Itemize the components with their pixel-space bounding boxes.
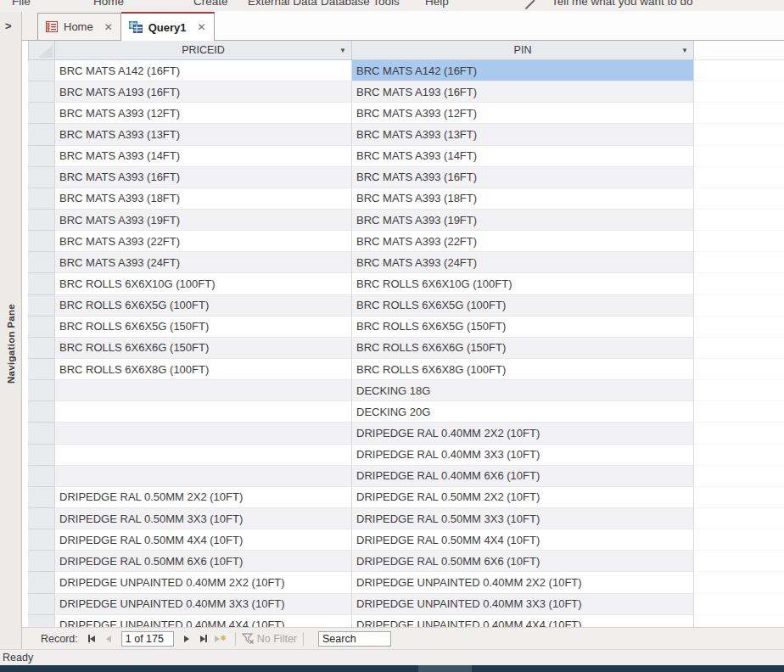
cell-priceid[interactable]: BRC MATS A393 (24FT) <box>55 252 352 273</box>
cell-pin[interactable]: BRC MATS A142 (16FT) <box>352 60 694 81</box>
row-selector[interactable] <box>28 231 55 252</box>
cell-priceid[interactable]: BRC ROLLS 6X6X6G (150FT) <box>55 338 352 359</box>
close-tab-icon[interactable]: ✕ <box>104 21 113 33</box>
cell-pin[interactable]: DRIPEDGE RAL 0.40MM 3X3 (10FT) <box>352 445 694 466</box>
row-selector[interactable] <box>28 146 55 167</box>
cell-priceid[interactable] <box>55 380 352 401</box>
cell-priceid[interactable]: BRC MATS A393 (22FT) <box>55 231 352 252</box>
tab-query1[interactable]: Query1 ✕ <box>121 12 215 41</box>
cell-pin[interactable]: DRIPEDGE UNPAINTED 0.40MM 3X3 (10FT) <box>352 594 694 615</box>
cell-pin[interactable]: BRC ROLLS 6X6X6G (150FT) <box>352 338 694 359</box>
cell-priceid[interactable]: BRC MATS A393 (16FT) <box>55 167 352 188</box>
cell-priceid[interactable]: BRC MATS A393 (19FT) <box>55 210 352 231</box>
column-dropdown-icon[interactable]: ▼ <box>681 47 688 54</box>
close-tab-icon[interactable]: ✕ <box>198 21 206 33</box>
filter-funnel-icon[interactable] <box>242 633 255 644</box>
row-selector[interactable] <box>28 529 55 551</box>
cell-pin[interactable]: BRC MATS A393 (22FT) <box>352 231 694 252</box>
cell-pin[interactable]: DRIPEDGE RAL 0.50MM 6X6 (10FT) <box>352 551 694 572</box>
row-selector[interactable] <box>28 551 55 572</box>
cell-pin[interactable]: BRC MATS A393 (14FT) <box>352 146 694 167</box>
cell-pin[interactable]: BRC ROLLS 6X6X5G (150FT) <box>352 316 694 338</box>
cell-priceid[interactable] <box>55 401 352 423</box>
column-header-pin[interactable]: PIN ▼ <box>352 41 694 60</box>
tab-home[interactable]: Home ✕ <box>37 13 121 40</box>
cell-pin[interactable]: BRC MATS A393 (12FT) <box>352 103 694 124</box>
row-selector[interactable] <box>28 466 55 487</box>
cell-priceid[interactable]: DRIPEDGE RAL 0.50MM 4X4 (10FT) <box>55 529 352 551</box>
cell-priceid[interactable]: DRIPEDGE RAL 0.50MM 2X2 (10FT) <box>55 487 352 508</box>
tell-me-box[interactable]: Tell me what you want to do <box>552 0 693 8</box>
cell-pin[interactable]: BRC MATS A393 (13FT) <box>352 124 694 145</box>
cell-priceid[interactable]: DRIPEDGE UNPAINTED 0.40MM 4X4 (10FT) <box>55 615 352 627</box>
last-record-button[interactable] <box>196 631 211 647</box>
row-selector[interactable] <box>28 252 55 273</box>
cell-pin[interactable]: DRIPEDGE RAL 0.40MM 2X2 (10FT) <box>352 423 694 444</box>
cell-pin[interactable]: DRIPEDGE RAL 0.50MM 4X4 (10FT) <box>352 529 694 551</box>
cell-pin[interactable]: DRIPEDGE RAL 0.40MM 6X6 (10FT) <box>352 466 694 487</box>
column-header-priceid[interactable]: PRICEID ▼ <box>55 41 352 60</box>
row-selector[interactable] <box>28 188 55 210</box>
cell-priceid[interactable]: BRC ROLLS 6X6X10G (100FT) <box>55 273 352 294</box>
cell-pin[interactable]: BRC MATS A393 (16FT) <box>352 167 694 188</box>
row-selector[interactable] <box>28 124 55 145</box>
row-selector[interactable] <box>28 380 55 401</box>
cell-pin[interactable]: DRIPEDGE UNPAINTED 0.40MM 4X4 (10FT) <box>352 615 694 627</box>
cell-priceid[interactable]: DRIPEDGE RAL 0.50MM 6X6 (10FT) <box>55 551 352 572</box>
cell-priceid[interactable] <box>55 466 352 487</box>
cell-pin[interactable]: BRC ROLLS 6X6X5G (100FT) <box>352 295 694 316</box>
row-selector[interactable] <box>28 167 55 188</box>
cell-priceid[interactable] <box>55 445 352 466</box>
menu-database-tools[interactable]: Database Tools <box>321 0 400 8</box>
cell-pin[interactable]: BRC MATS A393 (24FT) <box>352 252 694 273</box>
row-selector[interactable] <box>28 316 55 338</box>
cell-priceid[interactable]: BRC MATS A393 (13FT) <box>55 124 352 145</box>
cell-priceid[interactable]: BRC ROLLS 6X6X8G (100FT) <box>55 359 352 380</box>
cell-pin[interactable]: BRC MATS A393 (19FT) <box>352 210 694 231</box>
next-record-button[interactable] <box>179 631 194 647</box>
cell-pin[interactable]: DECKING 18G <box>352 380 694 401</box>
row-selector[interactable] <box>28 594 55 615</box>
new-record-button[interactable]: ✱ <box>213 631 228 647</box>
column-dropdown-icon[interactable]: ▼ <box>339 47 346 54</box>
row-selector[interactable] <box>28 210 55 231</box>
cell-pin[interactable]: BRC ROLLS 6X6X8G (100FT) <box>352 359 694 380</box>
cell-pin[interactable]: DRIPEDGE RAL 0.50MM 3X3 (10FT) <box>352 508 694 529</box>
select-all-corner[interactable] <box>28 41 55 60</box>
menu-create[interactable]: Create <box>193 0 228 8</box>
menu-help[interactable]: Help <box>425 0 449 8</box>
cell-priceid[interactable]: DRIPEDGE UNPAINTED 0.40MM 2X2 (10FT) <box>55 572 352 593</box>
row-selector[interactable] <box>28 295 55 316</box>
menu-home[interactable]: Home <box>93 0 124 8</box>
row-selector[interactable] <box>28 60 55 81</box>
cell-priceid[interactable]: BRC MATS A393 (14FT) <box>55 146 352 167</box>
cell-priceid[interactable]: BRC MATS A193 (16FT) <box>55 81 352 103</box>
row-selector[interactable] <box>28 338 55 359</box>
row-selector[interactable] <box>28 508 55 529</box>
cell-priceid[interactable]: BRC ROLLS 6X6X5G (150FT) <box>55 316 352 338</box>
menu-file[interactable]: File <box>12 0 31 8</box>
row-selector[interactable] <box>28 359 55 380</box>
record-position-box[interactable]: 1 of 175 <box>121 631 174 647</box>
expand-navpane-chevron[interactable]: > <box>5 20 12 32</box>
cell-pin[interactable]: BRC MATS A193 (16FT) <box>352 81 694 103</box>
cell-pin[interactable]: BRC ROLLS 6X6X10G (100FT) <box>352 273 694 294</box>
cell-priceid[interactable]: BRC MATS A393 (12FT) <box>55 103 352 124</box>
cell-priceid[interactable]: BRC MATS A393 (18FT) <box>55 188 352 210</box>
cell-pin[interactable]: DRIPEDGE UNPAINTED 0.40MM 2X2 (10FT) <box>352 572 694 593</box>
row-selector[interactable] <box>28 81 55 103</box>
row-selector[interactable] <box>28 445 55 466</box>
cell-pin[interactable]: DECKING 20G <box>352 401 694 423</box>
cell-priceid[interactable]: DRIPEDGE RAL 0.50MM 3X3 (10FT) <box>55 508 352 529</box>
cell-pin[interactable]: BRC MATS A393 (18FT) <box>352 188 694 210</box>
cell-priceid[interactable]: DRIPEDGE UNPAINTED 0.40MM 3X3 (10FT) <box>55 594 352 615</box>
row-selector[interactable] <box>28 487 55 508</box>
row-selector[interactable] <box>28 401 55 423</box>
first-record-button[interactable] <box>84 631 99 647</box>
record-search-input[interactable] <box>318 631 391 647</box>
row-selector[interactable] <box>28 103 55 124</box>
cell-pin[interactable]: DRIPEDGE RAL 0.50MM 2X2 (10FT) <box>352 487 694 508</box>
cell-priceid[interactable]: BRC MATS A142 (16FT) <box>55 60 352 81</box>
row-selector[interactable] <box>28 273 55 294</box>
previous-record-button[interactable] <box>101 631 116 647</box>
